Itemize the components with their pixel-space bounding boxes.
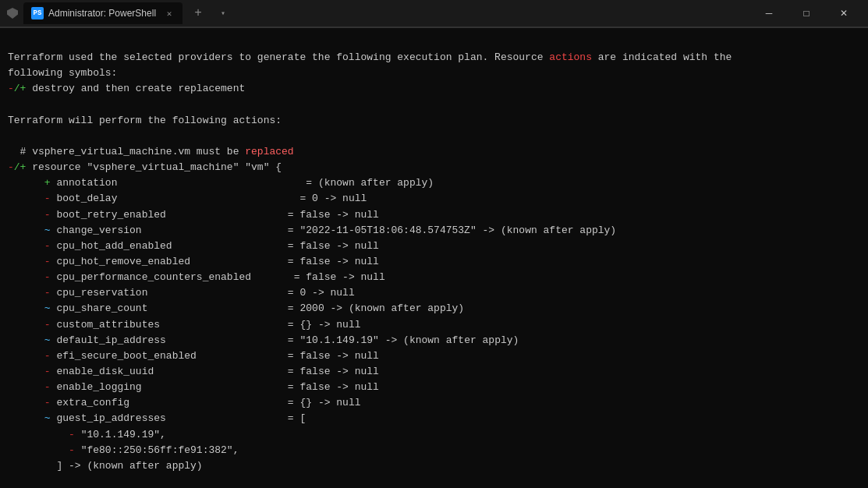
terminal-line: -/+ destroy and then create replacement: [8, 81, 860, 97]
powershell-icon: PS: [31, 7, 44, 19]
terminal-line: - cpu_performance_counters_enabled = fal…: [8, 270, 860, 285]
terminal-line: - boot_delay = 0 -> null: [8, 191, 860, 207]
terminal-line: - "10.1.149.19",: [8, 427, 860, 443]
terminal-line: - custom_attributes = {} -> null: [8, 317, 860, 333]
tab-title: Administrator: PowerShell: [48, 8, 156, 19]
terminal-line: # vsphere_virtual_machine.vm must be rep…: [8, 144, 860, 160]
terminal-line: - boot_retry_enabled = false -> null: [8, 207, 860, 223]
maximize-button[interactable]: □: [788, 0, 824, 27]
window-shield-icon: [6, 7, 19, 19]
terminal-output[interactable]: Terraform used the selected providers to…: [0, 28, 868, 488]
terminal-line: [8, 97, 860, 113]
new-tab-button[interactable]: +: [187, 2, 209, 24]
terminal-line: - enable_disk_uuid = false -> null: [8, 364, 860, 380]
terminal-line: - "fe80::250:56ff:fe91:382",: [8, 443, 860, 458]
window-controls: ─ □ ✕: [751, 0, 862, 27]
minimize-button[interactable]: ─: [751, 0, 787, 27]
app-window: PS Administrator: PowerShell ✕ + ▾ ─ □ ✕…: [0, 0, 868, 488]
terminal-line: + annotation = (known after apply): [8, 175, 860, 191]
terminal-line: ~ guest_ip_addresses = [: [8, 411, 860, 426]
terminal-line: following symbols:: [8, 65, 860, 81]
terminal-line: ] -> (known after apply): [8, 458, 860, 474]
terminal-line: - efi_secure_boot_enabled = false -> nul…: [8, 348, 860, 364]
tab-dropdown-button[interactable]: ▾: [214, 2, 232, 24]
titlebar-left: PS Administrator: PowerShell ✕ + ▾: [6, 2, 751, 24]
titlebar: PS Administrator: PowerShell ✕ + ▾ ─ □ ✕: [0, 0, 868, 27]
terminal-line: - cpu_hot_remove_enabled = false -> null: [8, 254, 860, 270]
active-tab[interactable]: PS Administrator: PowerShell ✕: [23, 2, 182, 24]
terminal-line: - extra_config = {} -> null: [8, 395, 860, 411]
terminal-line: - enable_logging = false -> null: [8, 380, 860, 395]
terminal-line: -/+ resource "vsphere_virtual_machine" "…: [8, 160, 860, 175]
tab-close-button[interactable]: ✕: [164, 8, 175, 19]
close-button[interactable]: ✕: [826, 0, 862, 27]
terminal-line: - cpu_reservation = 0 -> null: [8, 285, 860, 301]
terminal-line: Terraform will perform the following act…: [8, 113, 860, 129]
terminal-line: [8, 129, 860, 144]
terminal-line: [8, 34, 860, 50]
terminal-line: ~ change_version = "2022-11-05T18:06:48.…: [8, 223, 860, 239]
terminal-line: ~ default_ip_address = "10.1.149.19" -> …: [8, 333, 860, 348]
terminal-line: - cpu_hot_add_enabled = false -> null: [8, 239, 860, 254]
terminal-line: ~ cpu_share_count = 2000 -> (known after…: [8, 301, 860, 316]
terminal-line: Terraform used the selected providers to…: [8, 50, 860, 65]
